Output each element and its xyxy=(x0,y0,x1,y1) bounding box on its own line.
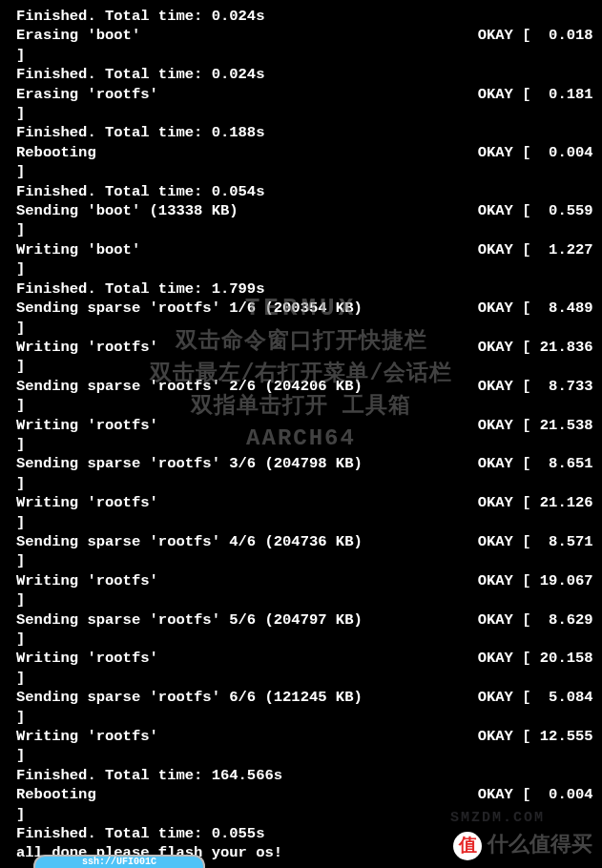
terminal-line: Finished. Total time: 164.566s xyxy=(0,766,602,785)
terminal-line: ] xyxy=(0,104,602,123)
terminal-line: Finished. Total time: 0.024s xyxy=(0,7,602,26)
terminal-line: Writing 'rootfs' OKAY [ 20.158 xyxy=(0,649,602,668)
terminal-line: Sending sparse 'rootfs' 3/6 (204798 KB) … xyxy=(0,454,602,473)
terminal-line: ] xyxy=(0,259,602,279)
terminal-line: Writing 'rootfs' OKAY [ 21.538 xyxy=(0,416,602,435)
terminal-line: ] xyxy=(0,708,602,727)
terminal-line: ] xyxy=(0,746,602,765)
terminal-line: ] xyxy=(0,590,602,610)
terminal-line: Writing 'rootfs' OKAY [ 21.836 xyxy=(0,338,602,357)
terminal-line: Finished. Total time: 0.024s xyxy=(0,65,602,84)
watermark: 值 什么值得买 xyxy=(453,832,592,860)
terminal-line: Sending sparse 'rootfs' 5/6 (204797 KB) … xyxy=(0,610,602,630)
terminal-line: ] xyxy=(0,474,602,493)
terminal-line: Rebooting OKAY [ 0.004 xyxy=(0,143,602,162)
terminal-line: Sending sparse 'rootfs' 6/6 (121245 KB) … xyxy=(0,688,602,707)
terminal-line: Sending sparse 'rootfs' 2/6 (204206 KB) … xyxy=(0,377,602,396)
terminal-line: ] xyxy=(0,220,602,239)
terminal-line: Finished. Total time: 1.799s xyxy=(0,279,602,299)
terminal-line: Sending sparse 'rootfs' 4/6 (204736 KB) … xyxy=(0,532,602,551)
terminal-line: ] xyxy=(0,551,602,570)
terminal-line: Writing 'rootfs' OKAY [ 19.067 xyxy=(0,571,602,590)
terminal-line: Writing 'boot' OKAY [ 1.227 xyxy=(0,240,602,259)
session-tab[interactable]: ssh://UFI001C xyxy=(33,855,205,868)
terminal-line: ] xyxy=(0,319,602,338)
terminal-line: ] xyxy=(0,162,602,181)
terminal-line: ] xyxy=(0,669,602,688)
terminal-line: Sending 'boot' (13338 KB) OKAY [ 0.559 xyxy=(0,201,602,220)
watermark-badge-icon: 值 xyxy=(453,832,482,860)
terminal-line: Erasing 'rootfs' OKAY [ 0.181 xyxy=(0,85,602,104)
terminal-line: Erasing 'boot' OKAY [ 0.018 xyxy=(0,26,602,45)
terminal-line: ] xyxy=(0,357,602,376)
terminal-line: ] xyxy=(0,46,602,65)
terminal-line: Finished. Total time: 0.054s xyxy=(0,182,602,201)
terminal-line: Writing 'rootfs' OKAY [ 12.555 xyxy=(0,727,602,746)
terminal-output[interactable]: Finished. Total time: 0.024sErasing 'boo… xyxy=(0,7,602,863)
terminal-line: ] xyxy=(0,396,602,415)
terminal-line: Finished. Total time: 0.188s xyxy=(0,123,602,142)
terminal-line: ] xyxy=(0,435,602,454)
terminal-line: Sending sparse 'rootfs' 1/6 (200354 KB) … xyxy=(0,299,602,318)
terminal-line: Rebooting OKAY [ 0.004 xyxy=(0,785,602,804)
terminal-line: Writing 'rootfs' OKAY [ 21.126 xyxy=(0,493,602,512)
watermark-url: SMZDM.COM xyxy=(450,809,545,828)
terminal-line: ] xyxy=(0,630,602,649)
terminal-line: ] xyxy=(0,513,602,532)
watermark-text: 什么值得买 xyxy=(488,837,592,856)
